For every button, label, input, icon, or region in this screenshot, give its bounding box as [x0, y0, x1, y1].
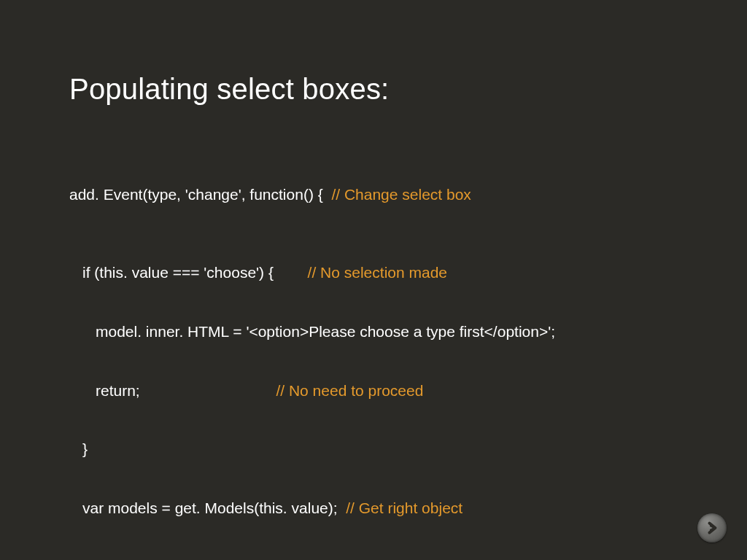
code-comment: // Get right object [346, 499, 462, 516]
slide-title: Populating select boxes: [69, 73, 689, 106]
code-line: add. Event(type, 'change', function() { … [69, 185, 689, 205]
code-comment: // No need to proceed [276, 382, 423, 399]
code-block: add. Event(type, 'change', function() { … [69, 146, 689, 560]
code-comment: // Change select box [331, 186, 471, 203]
code-line: if (this. value === 'choose') { // No se… [69, 263, 689, 283]
slide: Populating select boxes: add. Event(type… [0, 0, 747, 560]
code-line: model. inner. HTML = '<option>Please cho… [69, 322, 689, 342]
arrow-right-icon [705, 521, 719, 535]
next-slide-button[interactable] [697, 513, 727, 542]
code-line: return; // No need to proceed [69, 381, 689, 401]
code-line: } [69, 440, 689, 459]
code-comment: // No selection made [308, 264, 447, 281]
code-line: var models = get. Models(this. value); /… [69, 499, 689, 518]
